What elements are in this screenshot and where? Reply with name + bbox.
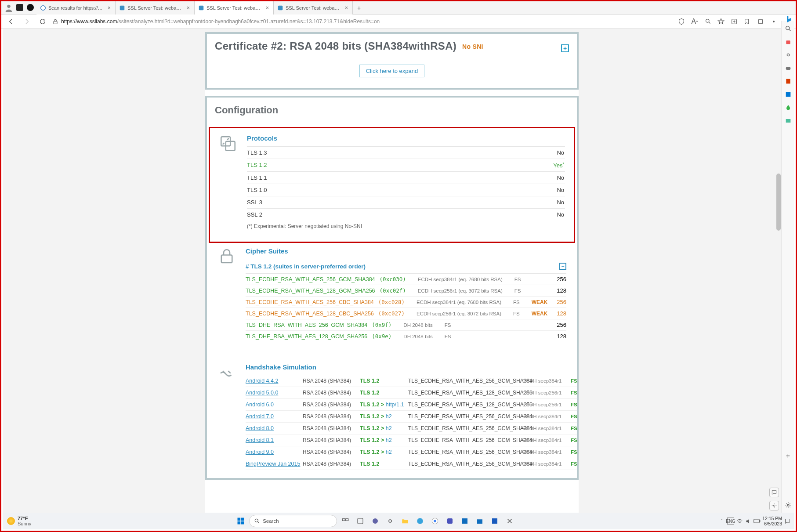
chrome-button[interactable]	[428, 514, 442, 528]
extension2-icon[interactable]	[768, 16, 779, 27]
profile-avatar-icon[interactable]	[4, 3, 14, 13]
svg-point-26	[255, 519, 258, 522]
outlook-icon[interactable]	[784, 90, 793, 99]
expand-cert-icon[interactable]: +	[561, 44, 569, 52]
expand-cert-link[interactable]: Click here to expand	[359, 65, 425, 77]
settings-float-icon[interactable]	[769, 501, 779, 510]
zoom-icon[interactable]	[703, 16, 713, 27]
cipher-name: TLS_ECDHE_RSA_WITH_AES_128_CBC_SHA256	[246, 311, 374, 317]
protocols-section: Protocols TLS 1.3NoTLS 1.2Yes*TLS 1.1NoT…	[209, 127, 575, 243]
handshake-protocol: TLS 1.2	[360, 461, 408, 467]
extensions-icon[interactable]	[755, 16, 766, 27]
taskbar-search[interactable]: Search	[249, 515, 337, 527]
shopping-icon[interactable]	[784, 37, 793, 46]
read-aloud-icon[interactable]: A»	[689, 16, 700, 27]
svg-rect-36	[462, 518, 467, 524]
favorites-bar-icon[interactable]	[742, 16, 753, 27]
handshake-client-link[interactable]: Android 8.0	[246, 425, 303, 431]
tray-ime-icon[interactable]: ENG	[727, 518, 734, 525]
store-button[interactable]	[473, 514, 486, 528]
handshake-client-link[interactable]: Android 9.0	[246, 449, 303, 455]
sidebar-add-icon[interactable]: +	[784, 452, 793, 460]
word-button[interactable]	[488, 514, 501, 528]
protocol-row: TLS 1.2Yes*	[247, 159, 565, 171]
search-icon[interactable]	[784, 24, 793, 33]
handshake-curve: ECDH secp384r1	[522, 426, 571, 431]
forward-button[interactable]	[21, 16, 33, 27]
handshake-row: Android 9.0RSA 2048 (SHA384)TLS 1.2 > h2…	[246, 446, 577, 458]
workspaces-icon[interactable]	[16, 4, 23, 11]
tab-3[interactable]: SSL Server Test: webappfrontdo… ×	[274, 1, 353, 14]
image-creator-icon[interactable]	[784, 116, 793, 125]
taskbar-clock[interactable]: 12:15 PM 6/5/2023	[762, 516, 782, 526]
tracking-prevention-icon[interactable]	[676, 16, 687, 27]
protocol-row: TLS 1.0No	[247, 184, 565, 196]
browser-addressbar: https://www.ssllabs.com/ssltest/analyze.…	[1, 14, 796, 29]
edge-button[interactable]	[413, 514, 427, 528]
handshake-curve: ECDH secp384r1	[522, 438, 571, 443]
tools-icon[interactable]	[784, 51, 793, 59]
handshake-rsa: RSA 2048 (SHA384)	[303, 402, 360, 408]
drop-icon[interactable]	[784, 103, 793, 112]
chat-button[interactable]	[369, 514, 382, 528]
start-button[interactable]	[234, 514, 247, 528]
back-button[interactable]	[5, 16, 17, 27]
url-field[interactable]: https://www.ssllabs.com/ssltest/analyze.…	[52, 18, 673, 25]
favorite-icon[interactable]	[716, 16, 726, 27]
tray-battery-icon[interactable]	[754, 518, 761, 525]
tab-close-icon[interactable]: ×	[344, 5, 349, 11]
explorer-button[interactable]	[398, 514, 412, 528]
tab-close-icon[interactable]: ×	[265, 5, 270, 11]
handshake-client-link[interactable]: Android 7.0	[246, 413, 303, 420]
handshake-client-link[interactable]: Android 8.1	[246, 437, 303, 443]
ssllabs-report: Certificate #2: RSA 2048 bits (SHA384wit…	[205, 32, 579, 513]
games-icon[interactable]	[784, 64, 793, 72]
svg-rect-25	[241, 521, 244, 525]
collapse-ciphers-icon[interactable]: −	[559, 263, 566, 270]
cipher-code: (0xc02f)	[380, 287, 406, 294]
protocol-value: No	[557, 174, 564, 181]
snipping-button[interactable]	[503, 514, 516, 528]
handshake-rsa: RSA 2048 (SHA384)	[303, 425, 360, 431]
refresh-button[interactable]	[36, 16, 49, 27]
teams-button[interactable]	[443, 514, 456, 528]
notifications-icon[interactable]	[784, 518, 791, 525]
page-float-buttons	[769, 488, 779, 510]
tab-close-icon[interactable]: ×	[107, 5, 112, 11]
cipher-bits: 128	[557, 333, 566, 340]
handshake-fs: FS	[571, 414, 577, 419]
tray-volume-icon[interactable]	[745, 518, 752, 525]
tab-0[interactable]: Scan results for https://webappfr… ×	[36, 1, 116, 14]
tab-1[interactable]: SSL Server Test: webappfrontdo… ×	[116, 1, 195, 14]
outlook-button[interactable]	[458, 514, 471, 528]
handshake-rsa: RSA 2048 (SHA384)	[303, 461, 360, 467]
task-view-button[interactable]	[339, 514, 352, 528]
sidebar-settings-icon[interactable]	[784, 501, 793, 510]
svg-point-30	[373, 518, 378, 524]
svg-point-34	[434, 520, 436, 522]
collections-icon[interactable]	[729, 16, 739, 27]
handshake-protocol: TLS 1.2 > h2	[360, 425, 408, 431]
tray-wifi-icon[interactable]	[736, 518, 743, 525]
handshake-protocol: TLS 1.2 > http/1.1	[360, 402, 408, 408]
handshake-client-link[interactable]: Android 6.0	[246, 402, 303, 408]
handshake-fs: FS	[571, 449, 577, 455]
bing-chat-icon[interactable]	[785, 14, 793, 23]
tab-close-icon[interactable]: ×	[186, 5, 191, 11]
settings-app-button[interactable]	[384, 514, 397, 528]
scrollbar-thumb[interactable]	[776, 174, 781, 231]
svg-rect-20	[221, 255, 232, 263]
office-icon[interactable]	[784, 77, 793, 86]
tray-chevron-icon[interactable]: ˄	[718, 518, 725, 525]
handshake-client-link[interactable]: Android 5.0.0	[246, 390, 303, 396]
windows-taskbar: 77°F Sunny Search ˄ ENG	[3, 513, 794, 529]
chat-float-icon[interactable]	[769, 488, 779, 497]
handshake-client-link[interactable]: BingPreview Jan 2015	[246, 461, 303, 467]
github-icon[interactable]	[27, 4, 34, 11]
taskbar-weather[interactable]: 77°F Sunny	[3, 516, 36, 526]
new-tab-button[interactable]: +	[353, 1, 365, 14]
handshake-client-link[interactable]: Android 4.4.2	[246, 378, 303, 384]
tab-2[interactable]: SSL Server Test: webappfrontdo… ×	[195, 1, 274, 14]
widgets-button[interactable]	[354, 514, 367, 528]
svg-rect-3	[199, 6, 204, 11]
